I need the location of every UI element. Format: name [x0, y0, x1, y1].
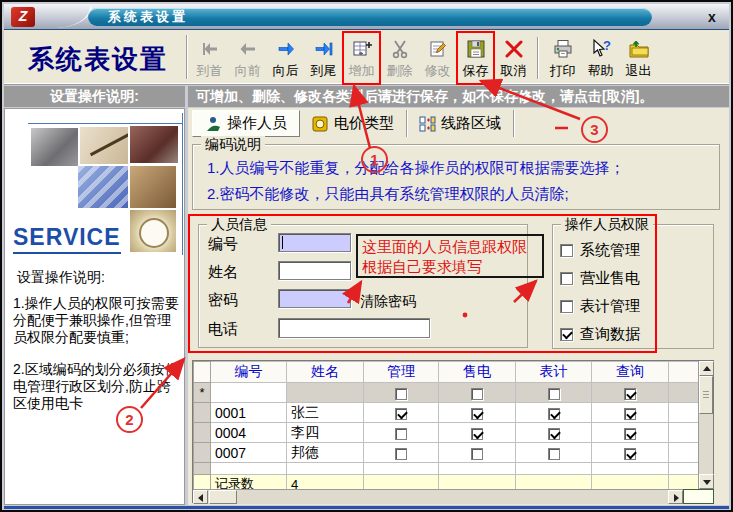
svg-text:?: ?	[603, 38, 611, 53]
column-header[interactable]: 售电	[439, 362, 516, 383]
cell-perm-query[interactable]	[592, 383, 669, 403]
checkbox[interactable]	[471, 428, 483, 440]
checkbox[interactable]	[560, 272, 573, 285]
phone-field[interactable]	[278, 318, 430, 338]
scroll-right-button[interactable]	[668, 490, 683, 504]
cell-id[interactable]	[211, 383, 287, 403]
tab-operators[interactable]: 操作人员	[192, 110, 300, 137]
cell-perm-meter[interactable]	[516, 403, 592, 423]
checkbox[interactable]	[395, 408, 407, 420]
checkbox[interactable]	[471, 448, 483, 460]
cell-perm-sales[interactable]	[439, 443, 516, 463]
next-button[interactable]: 向后	[268, 33, 303, 83]
cell-perm-query[interactable]	[592, 403, 669, 423]
cell-perm-admin[interactable]	[364, 383, 439, 403]
goto-first-button[interactable]: 到首	[192, 33, 227, 83]
vertical-scroll-thumb[interactable]	[699, 376, 713, 414]
checkbox[interactable]	[560, 244, 573, 257]
next-icon	[275, 38, 297, 60]
checkbox[interactable]	[548, 408, 560, 420]
cell-perm-admin[interactable]	[364, 403, 439, 423]
checkbox-query-data[interactable]: 查询数据	[560, 325, 640, 344]
checkbox[interactable]	[395, 428, 407, 440]
cell-name[interactable]: 邦德	[287, 443, 364, 463]
grid-row[interactable]: 0007 邦德	[194, 443, 700, 463]
close-button[interactable]: x	[703, 8, 721, 26]
goto-last-button[interactable]: 到尾	[306, 33, 341, 83]
previous-button[interactable]: 向前	[230, 33, 265, 83]
cancel-button[interactable]: 取消	[496, 33, 531, 83]
photo-person	[130, 166, 176, 208]
grid-new-row[interactable]: *	[194, 383, 700, 403]
checkbox[interactable]	[624, 448, 636, 460]
checkbox[interactable]	[471, 388, 483, 400]
grid-row[interactable]: 0001 张三	[194, 403, 700, 423]
tab-line-areas[interactable]: 线路区域	[407, 110, 514, 137]
scroll-up-button[interactable]	[699, 361, 714, 376]
cell-perm-sales[interactable]	[439, 403, 516, 423]
phone-label: 电话	[208, 320, 238, 339]
horizontal-scroll-thumb[interactable]	[209, 490, 237, 504]
checkbox[interactable]	[548, 448, 560, 460]
grid-corner-box	[683, 489, 714, 504]
checkbox-sales[interactable]: 营业售电	[560, 269, 640, 288]
horizontal-scrollbar[interactable]	[193, 489, 683, 504]
cell-perm-sales[interactable]	[439, 383, 516, 403]
id-field[interactable]	[278, 233, 351, 252]
cell-perm-sales[interactable]	[439, 423, 516, 443]
checkbox[interactable]	[624, 428, 636, 440]
cell-perm-admin[interactable]	[364, 423, 439, 443]
cell-id[interactable]: 0001	[211, 403, 287, 423]
cell-name[interactable]	[287, 383, 364, 403]
row-selector[interactable]	[194, 423, 211, 443]
goto-first-icon	[199, 38, 221, 60]
print-button[interactable]: 打印	[545, 33, 580, 83]
column-header[interactable]: 查询	[592, 362, 669, 383]
checkbox[interactable]	[471, 408, 483, 420]
modify-button[interactable]: 修改	[420, 33, 455, 83]
cell-id[interactable]: 0004	[211, 423, 287, 443]
help-icon: ?	[590, 38, 612, 60]
checkbox[interactable]	[624, 388, 636, 400]
add-button[interactable]: 增加	[344, 33, 379, 83]
checkbox-system-admin[interactable]: 系统管理	[560, 241, 640, 260]
password-field[interactable]	[278, 289, 351, 308]
vertical-scrollbar[interactable]	[698, 361, 713, 489]
checkbox[interactable]	[560, 328, 573, 341]
cell-perm-query[interactable]	[592, 443, 669, 463]
checkbox-meter-admin[interactable]: 表计管理	[560, 297, 640, 316]
cell-id[interactable]: 0007	[211, 443, 287, 463]
grid-row[interactable]: 0004 李四	[194, 423, 700, 443]
checkbox-label: 营业售电	[580, 269, 640, 288]
cell-perm-meter[interactable]	[516, 383, 592, 403]
cell-perm-meter[interactable]	[516, 423, 592, 443]
cell-name[interactable]: 张三	[287, 403, 364, 423]
scroll-left-button[interactable]	[193, 490, 208, 504]
help-button[interactable]: ? 帮助	[583, 33, 618, 83]
cell-perm-admin[interactable]	[364, 443, 439, 463]
scroll-down-button[interactable]	[699, 474, 714, 489]
checkbox[interactable]	[560, 300, 573, 313]
exit-button[interactable]: 退出	[621, 33, 656, 83]
row-selector[interactable]	[194, 403, 211, 423]
name-field[interactable]	[278, 261, 351, 280]
cell-name[interactable]: 李四	[287, 423, 364, 443]
row-selector[interactable]: *	[194, 383, 211, 403]
delete-button[interactable]: 删除	[382, 33, 417, 83]
checkbox[interactable]	[548, 388, 560, 400]
cell-perm-meter[interactable]	[516, 443, 592, 463]
tab-price-types[interactable]: 电价类型	[300, 110, 407, 137]
column-header[interactable]: 姓名	[287, 362, 364, 383]
column-header[interactable]: 表计	[516, 362, 592, 383]
column-header[interactable]: 管理	[364, 362, 439, 383]
column-header[interactable]: 编号	[211, 362, 287, 383]
checkbox[interactable]	[395, 388, 407, 400]
save-button[interactable]: 保存	[458, 33, 493, 83]
row-selector[interactable]	[194, 443, 211, 463]
checkbox[interactable]	[548, 428, 560, 440]
checkbox[interactable]	[624, 408, 636, 420]
checkbox[interactable]	[395, 448, 407, 460]
cell-perm-query[interactable]	[592, 423, 669, 443]
grid-empty-row	[194, 463, 700, 475]
photo-pen	[80, 127, 128, 164]
